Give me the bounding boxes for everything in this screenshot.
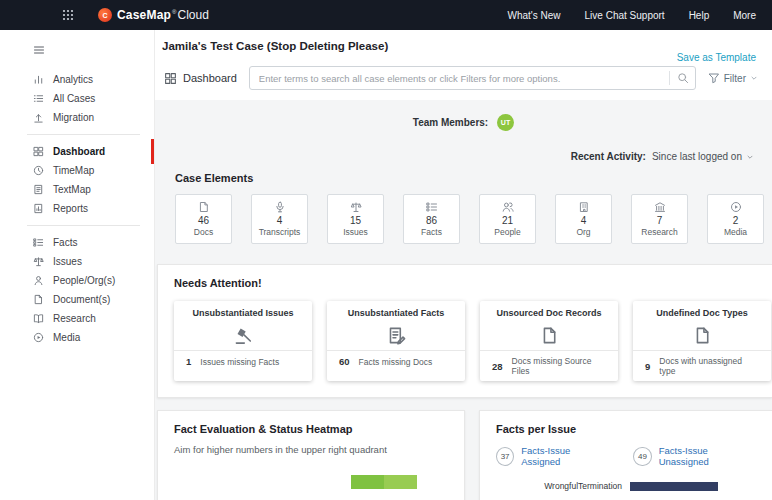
case-element-card-docs[interactable]: 46 Docs — [175, 194, 232, 244]
filter-label: Filter — [724, 73, 746, 84]
case-element-card-people[interactable]: 21 People — [479, 194, 536, 244]
topnav-help[interactable]: Help — [689, 10, 710, 21]
facts-per-issue-panel: Facts per Issue 37 Facts-Issue Assigned … — [479, 410, 772, 500]
sidebar-group-mid: Dashboard TimeMap TextMap Reports — [0, 142, 154, 218]
save-as-template-link[interactable]: Save as Template — [677, 52, 756, 63]
na-card-unsubstantiated-facts[interactable]: Unsubstantiated Facts 60 Facts missing D… — [327, 301, 465, 381]
sidebar-item-dashboard[interactable]: Dashboard — [0, 142, 154, 161]
sidebar-item-analytics[interactable]: Analytics — [0, 70, 154, 89]
facts-per-issue-title: Facts per Issue — [496, 423, 756, 435]
gavel-icon — [174, 320, 312, 350]
card-label: Issues — [343, 227, 368, 237]
sidebar-item-label: Dashboard — [53, 146, 105, 157]
dashboard-content: Team Members: UT Recent Activity: Since … — [155, 100, 772, 500]
sidebar-item-label: Reports — [53, 203, 88, 214]
stat-count-circle: 49 — [633, 447, 651, 466]
sidebar-item-all-cases[interactable]: All Cases — [0, 89, 154, 108]
sidebar-item-textmap[interactable]: TextMap — [0, 180, 154, 199]
na-count: 1 — [186, 356, 191, 367]
sidebar-item-timemap[interactable]: TimeMap — [0, 161, 154, 180]
fact-evaluation-heatmap-panel: Fact Evaluation & Status Heatmap Aim for… — [157, 410, 465, 500]
na-foot-label: Docs missing Source Files — [512, 356, 606, 376]
building-icon — [578, 201, 590, 213]
na-card-title: Unsubstantiated Issues — [174, 301, 312, 320]
case-element-card-issues[interactable]: 15 Issues — [327, 194, 384, 244]
doc-icon — [198, 201, 210, 213]
search-input[interactable] — [249, 66, 696, 90]
sidebar-item-issues[interactable]: Issues — [0, 252, 154, 271]
stat-label-link[interactable]: Facts-Issue Assigned — [521, 445, 607, 467]
casemap-logo-icon: C — [98, 8, 112, 22]
doc-pencil-icon — [327, 320, 465, 350]
topnav-whats-new[interactable]: What's New — [508, 10, 561, 21]
heatmap-cell[interactable] — [384, 475, 417, 489]
na-foot-label: Docs with unassigned type — [659, 356, 759, 376]
dashboard-icon — [164, 72, 177, 85]
na-card-footer: 28 Docs missing Source Files — [480, 350, 618, 381]
heatmap-cell[interactable] — [351, 475, 384, 489]
main-header-band: Jamila's Test Case (Stop Deleting Please… — [155, 30, 772, 100]
dashboard-toolbar: Dashboard Filter — [162, 66, 758, 90]
analytics-icon — [33, 74, 44, 85]
na-card-unsubstantiated-issues[interactable]: Unsubstantiated Issues 1 Issues missing … — [174, 301, 312, 381]
app-switcher-icon[interactable] — [62, 9, 74, 21]
card-count: 4 — [277, 215, 283, 227]
card-count: 46 — [198, 215, 209, 227]
sidebar-item-media[interactable]: Media — [0, 328, 154, 347]
doc-icon — [480, 320, 618, 350]
na-count: 28 — [492, 361, 503, 372]
na-card-unsourced-doc-records[interactable]: Unsourced Doc Records 28 Docs missing So… — [480, 301, 618, 381]
sidebar-item-facts[interactable]: Facts — [0, 233, 154, 252]
case-element-card-transcripts[interactable]: 4 Transcripts — [251, 194, 308, 244]
sidebar-item-research[interactable]: Research — [0, 309, 154, 328]
brand-logo: C CaseMap ® Cloud — [98, 8, 209, 22]
card-count: 15 — [350, 215, 361, 227]
filter-button[interactable]: Filter — [708, 72, 758, 84]
doc-chart-icon — [33, 203, 44, 214]
card-label: Facts — [421, 227, 442, 237]
case-element-card-media[interactable]: 2 Media — [707, 194, 764, 244]
topnav: What's New Live Chat Support Help More — [508, 10, 756, 21]
na-count: 9 — [645, 361, 650, 372]
case-element-card-facts[interactable]: 86 Facts — [403, 194, 460, 244]
na-card-footer: 9 Docs with unassigned type — [633, 350, 771, 381]
issue-bar[interactable] — [630, 482, 718, 491]
heatmap-subtitle: Aim for higher numbers in the upper righ… — [174, 444, 448, 455]
facts-issue-assigned-stat: 37 Facts-Issue Assigned — [496, 445, 607, 467]
sidebar-group-top: Analytics All Cases Migration — [0, 70, 154, 127]
sidebar-collapse-icon[interactable] — [33, 44, 154, 56]
stat-count-circle: 37 — [496, 447, 514, 466]
recent-activity-select[interactable]: Since last logged on — [652, 151, 754, 162]
issue-bar-label: WrongfulTermination — [496, 481, 622, 491]
stat-label-link[interactable]: Facts-Issue Unassigned — [659, 445, 756, 467]
facts-per-issue-stats: 37 Facts-Issue Assigned 49 Facts-Issue U… — [496, 445, 756, 467]
sidebar-item-documents[interactable]: Document(s) — [0, 290, 154, 309]
dashboard-label: Dashboard — [162, 72, 237, 85]
case-element-card-org[interactable]: 4 Org — [555, 194, 612, 244]
people-icon — [502, 201, 514, 213]
na-card-undefined-doc-types[interactable]: Undefined Doc Types 9 Docs with unassign… — [633, 301, 771, 381]
sidebar-item-migration[interactable]: Migration — [0, 108, 154, 127]
case-header: Jamila's Test Case (Stop Deleting Please… — [162, 35, 758, 63]
needs-attention-cards: Unsubstantiated Issues 1 Issues missing … — [174, 301, 756, 381]
card-count: 2 — [733, 215, 739, 227]
play-icon — [730, 201, 742, 213]
team-member-avatar[interactable]: UT — [497, 114, 514, 131]
case-element-card-research[interactable]: 7 Research — [631, 194, 688, 244]
sidebar-item-label: Migration — [53, 112, 94, 123]
sidebar-item-people-orgs[interactable]: People/Org(s) — [0, 271, 154, 290]
case-title: Jamila's Test Case (Stop Deleting Please… — [162, 35, 758, 52]
sidebar-item-reports[interactable]: Reports — [0, 199, 154, 218]
topnav-more[interactable]: More — [733, 10, 756, 21]
topnav-live-chat-support[interactable]: Live Chat Support — [585, 10, 665, 21]
search-icon[interactable] — [669, 71, 689, 85]
list-icon — [33, 93, 44, 104]
doc-text-icon — [33, 184, 44, 195]
sidebar-item-label: Document(s) — [53, 294, 110, 305]
mic-icon — [274, 201, 286, 213]
person-icon — [33, 275, 44, 286]
checklist-icon — [426, 201, 438, 213]
card-label: Docs — [194, 227, 213, 237]
brand-name: CaseMap — [117, 8, 171, 22]
case-elements-cards: 46 Docs 4 Transcripts 15 Issues — [175, 194, 758, 244]
